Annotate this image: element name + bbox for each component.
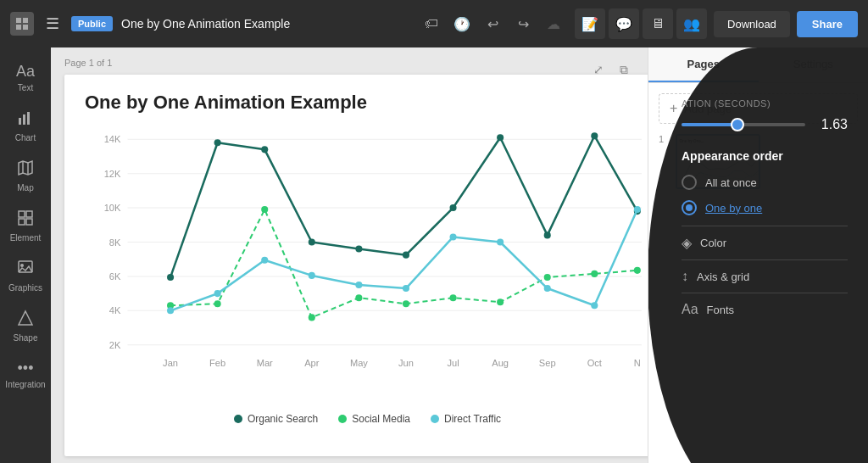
svg-point-49 bbox=[497, 134, 504, 141]
shape-icon bbox=[17, 310, 34, 331]
chart-icon bbox=[17, 109, 34, 131]
svg-text:Apr: Apr bbox=[304, 358, 320, 368]
slider-value: 1.63 bbox=[814, 117, 848, 132]
chart-container: 14K 12K 10K 8K 6K 4K 2K Jan Feb Mar Apr … bbox=[64, 122, 648, 408]
text-icon: Aa bbox=[16, 63, 35, 81]
svg-point-44 bbox=[261, 146, 268, 153]
svg-marker-7 bbox=[19, 161, 32, 175]
svg-rect-5 bbox=[23, 114, 25, 125]
bookmark-icon[interactable]: 🏷 bbox=[419, 11, 444, 36]
svg-text:14K: 14K bbox=[104, 134, 121, 144]
svg-point-48 bbox=[450, 204, 457, 211]
legend-organic-search: Organic Search bbox=[234, 413, 318, 425]
sidebar-element-label: Element bbox=[10, 233, 42, 243]
svg-point-62 bbox=[591, 271, 598, 277]
redo-icon[interactable]: ↪ bbox=[510, 11, 536, 36]
element-icon bbox=[17, 209, 34, 231]
sidebar-text-label: Text bbox=[18, 83, 33, 92]
svg-text:Feb: Feb bbox=[209, 358, 225, 368]
sidebar-item-map[interactable]: Map bbox=[0, 151, 51, 201]
svg-point-56 bbox=[309, 314, 315, 321]
right-panel: Pages Settings + Add page 1 One by One..… bbox=[648, 47, 868, 463]
topbar-action-icons: 🏷 🕐 ↩ ↪ ☁ bbox=[419, 11, 566, 36]
svg-point-47 bbox=[403, 252, 409, 259]
undo-icon[interactable]: ↩ bbox=[480, 11, 505, 36]
svg-text:Mar: Mar bbox=[257, 358, 273, 368]
radio-label-one: One by one bbox=[705, 202, 762, 215]
svg-rect-10 bbox=[19, 211, 25, 217]
svg-point-58 bbox=[403, 300, 409, 307]
sidebar-item-chart[interactable]: Chart bbox=[0, 101, 51, 151]
color-icon: ◈ bbox=[682, 235, 692, 251]
svg-text:2K: 2K bbox=[109, 340, 121, 350]
legend-direct-traffic: Direct Traffic bbox=[431, 413, 501, 425]
download-button[interactable]: Download bbox=[714, 11, 790, 37]
svg-text:N: N bbox=[634, 358, 641, 368]
svg-text:10K: 10K bbox=[104, 203, 121, 213]
history-icon[interactable]: 🕐 bbox=[449, 11, 475, 36]
axis-grid-option[interactable]: ↕ Axis & grid bbox=[682, 259, 848, 293]
sidebar-item-graphics[interactable]: Graphics bbox=[0, 251, 51, 301]
sidebar-graphics-label: Graphics bbox=[8, 283, 42, 293]
appearance-order-title: Appearance order bbox=[682, 149, 848, 163]
svg-point-55 bbox=[261, 206, 268, 213]
sidebar-item-shape[interactable]: Shape bbox=[0, 301, 51, 351]
radio-one-by-one[interactable]: One by one bbox=[682, 200, 848, 215]
visibility-badge[interactable]: Public bbox=[71, 16, 113, 31]
svg-text:6K: 6K bbox=[109, 271, 121, 282]
svg-text:8K: 8K bbox=[109, 237, 121, 248]
document-title[interactable]: One by One Animation Example bbox=[121, 17, 410, 31]
legend-label-organic: Organic Search bbox=[248, 413, 318, 425]
canvas-frame: One by One Animation Example 14K 12K 10K… bbox=[64, 75, 648, 456]
legend-label-direct: Direct Traffic bbox=[444, 413, 501, 425]
collaboration-icons: 📝 💬 🖥 👥 bbox=[575, 8, 707, 39]
canvas-area[interactable]: Page 1 of 1 ⤢ ⧉ One by One Animation Exa… bbox=[51, 47, 648, 463]
svg-point-50 bbox=[544, 232, 551, 238]
chart-svg: 14K 12K 10K 8K 6K 4K 2K Jan Feb Mar Apr … bbox=[85, 122, 648, 396]
svg-point-66 bbox=[261, 257, 268, 264]
comment-icon[interactable]: 💬 bbox=[609, 8, 639, 39]
slider-thumb[interactable] bbox=[731, 118, 744, 131]
svg-point-73 bbox=[591, 302, 598, 309]
svg-point-60 bbox=[497, 298, 504, 305]
app-logo bbox=[10, 12, 34, 36]
sidebar-item-text[interactable]: Aa Text bbox=[0, 54, 51, 101]
share-button[interactable]: Share bbox=[797, 11, 858, 37]
menu-icon[interactable]: ☰ bbox=[42, 11, 63, 36]
slider-track[interactable] bbox=[682, 123, 805, 126]
svg-point-42 bbox=[167, 274, 174, 281]
svg-rect-11 bbox=[26, 211, 32, 217]
svg-point-59 bbox=[450, 294, 457, 301]
sidebar-shape-label: Shape bbox=[14, 333, 38, 343]
present-icon[interactable]: 🖥 bbox=[643, 8, 673, 39]
map-icon bbox=[17, 159, 34, 181]
fonts-option[interactable]: Aa Fonts bbox=[682, 293, 848, 326]
svg-rect-3 bbox=[23, 25, 28, 30]
svg-rect-2 bbox=[16, 25, 21, 30]
users-icon[interactable]: 👥 bbox=[676, 8, 707, 39]
radio-all-at-once[interactable]: All at once bbox=[682, 175, 848, 190]
chart-title: One by One Animation Example bbox=[64, 75, 648, 122]
notes-icon[interactable]: 📝 bbox=[575, 8, 605, 39]
sidebar-integration-label: Integration bbox=[5, 380, 45, 389]
color-option[interactable]: ◈ Color bbox=[682, 226, 848, 259]
svg-rect-12 bbox=[19, 219, 25, 225]
radio-circle-one bbox=[682, 200, 697, 215]
svg-point-69 bbox=[403, 285, 409, 292]
graphics-icon bbox=[17, 259, 34, 281]
svg-text:Aug: Aug bbox=[492, 358, 509, 368]
svg-point-54 bbox=[214, 300, 221, 307]
svg-point-68 bbox=[355, 282, 362, 288]
svg-point-61 bbox=[544, 274, 551, 281]
topbar: ☰ Public One by One Animation Example 🏷 … bbox=[0, 0, 868, 47]
sidebar-item-element[interactable]: Element bbox=[0, 201, 51, 251]
svg-rect-0 bbox=[16, 18, 21, 23]
cloud-icon[interactable]: ☁ bbox=[541, 11, 566, 36]
page-number: 1 bbox=[659, 134, 669, 144]
svg-point-74 bbox=[634, 206, 641, 213]
legend-dot-social bbox=[338, 415, 347, 423]
svg-point-65 bbox=[214, 290, 221, 297]
main-layout: Aa Text Chart Map Element Graphics bbox=[0, 47, 868, 463]
sidebar-item-integration[interactable]: ••• Integration bbox=[0, 351, 51, 398]
axis-icon: ↕ bbox=[682, 269, 688, 284]
